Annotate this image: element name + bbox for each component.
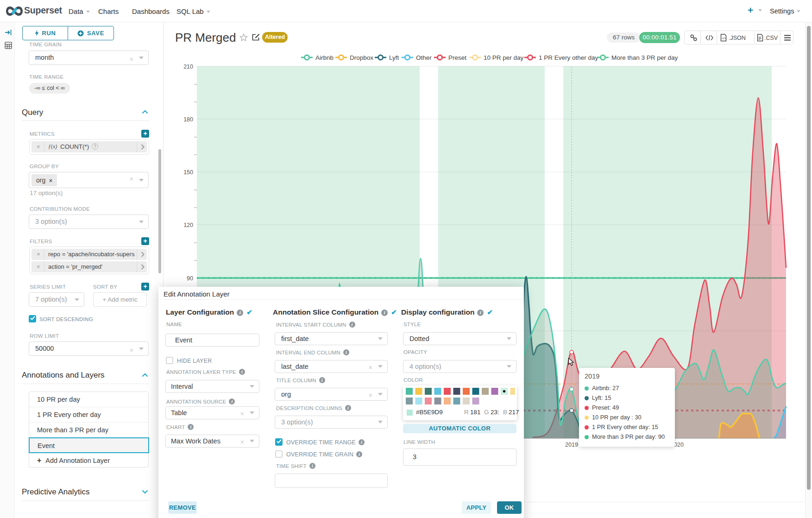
svg-text:</>: </> <box>722 37 726 40</box>
svg-text:150: 150 <box>183 169 193 176</box>
svg-text:90: 90 <box>187 275 193 282</box>
svg-text:Preset: Preset <box>448 54 466 61</box>
svg-text:Other: Other <box>416 54 432 61</box>
svg-text:More than 3 PR per day: More than 3 PR per day <box>611 54 678 61</box>
svg-text:120: 120 <box>183 222 193 228</box>
svg-text:2019: 2019 <box>565 442 578 448</box>
svg-text:210: 210 <box>183 63 193 70</box>
svg-text:Lyft: Lyft <box>389 54 399 61</box>
svg-text:10 PR per day: 10 PR per day <box>484 54 524 61</box>
svg-text:Dropbox: Dropbox <box>350 54 373 61</box>
svg-text:180: 180 <box>183 116 193 123</box>
svg-text:Airbnb: Airbnb <box>315 54 334 61</box>
svg-text:1 PR Every other day: 1 PR Every other day <box>539 54 598 61</box>
